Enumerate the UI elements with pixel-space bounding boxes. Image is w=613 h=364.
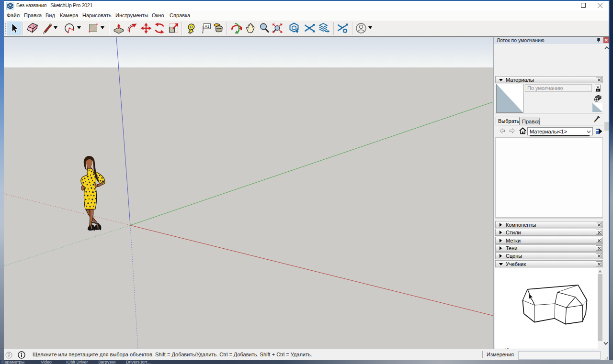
svg-text:A1: A1 [205, 24, 210, 29]
